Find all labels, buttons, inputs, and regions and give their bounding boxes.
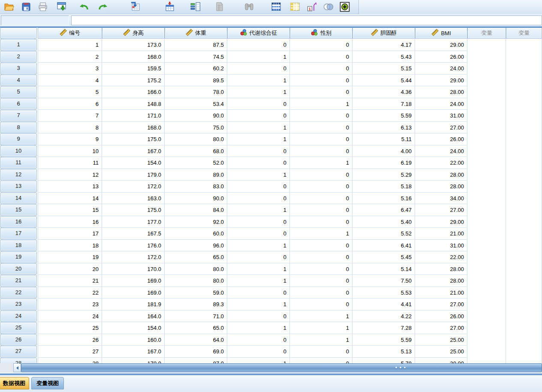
row-number[interactable]: 26 bbox=[0, 334, 37, 346]
cell[interactable]: 0 bbox=[290, 39, 352, 51]
cell[interactable]: 154.0 bbox=[102, 157, 165, 169]
cell[interactable] bbox=[506, 157, 542, 169]
cell[interactable]: 0 bbox=[227, 98, 290, 110]
cell[interactable]: 5.13 bbox=[352, 346, 415, 358]
cell[interactable]: 5.78 bbox=[352, 358, 415, 364]
cell[interactable]: 90.0 bbox=[165, 110, 227, 122]
cell[interactable]: 87.5 bbox=[165, 39, 227, 51]
cell[interactable] bbox=[467, 322, 506, 334]
cell[interactable]: 2 bbox=[38, 51, 102, 63]
cell[interactable]: 1 bbox=[290, 98, 352, 110]
cell[interactable]: 14 bbox=[38, 193, 102, 205]
cell[interactable] bbox=[467, 39, 506, 51]
cell[interactable]: 5 bbox=[38, 86, 102, 98]
cell[interactable]: 53.4 bbox=[165, 98, 227, 110]
cell[interactable]: 4 bbox=[38, 75, 102, 87]
variables-icon[interactable] bbox=[189, 1, 202, 13]
cell[interactable]: 0 bbox=[227, 145, 290, 157]
cell[interactable]: 69.0 bbox=[165, 346, 227, 358]
cell[interactable]: 60.0 bbox=[165, 228, 227, 240]
cell[interactable]: 27.00 bbox=[415, 204, 467, 216]
cell[interactable]: 170.0 bbox=[102, 263, 165, 275]
cell[interactable] bbox=[506, 287, 542, 299]
cell[interactable]: 163.0 bbox=[102, 193, 165, 205]
print-icon[interactable] bbox=[36, 1, 50, 13]
cell[interactable]: 65.0 bbox=[165, 251, 227, 263]
cell[interactable]: 5.18 bbox=[352, 181, 415, 193]
cell[interactable]: 1 bbox=[227, 86, 290, 98]
cell[interactable]: 87.0 bbox=[165, 358, 227, 364]
cell[interactable]: 0 bbox=[227, 193, 290, 205]
cell[interactable]: 96.0 bbox=[165, 240, 227, 252]
row-number[interactable]: 7 bbox=[0, 110, 37, 121]
scrollbar-thumb[interactable] bbox=[21, 363, 542, 372]
cell[interactable]: 173.0 bbox=[102, 39, 165, 51]
cell[interactable] bbox=[467, 63, 506, 75]
select-all-corner[interactable] bbox=[0, 27, 37, 39]
cell[interactable] bbox=[467, 122, 506, 134]
cell[interactable] bbox=[467, 157, 506, 169]
cell[interactable]: 21 bbox=[38, 275, 102, 287]
row-number[interactable]: 1 bbox=[0, 39, 37, 51]
cell[interactable]: 0 bbox=[227, 228, 290, 240]
row-number[interactable]: 22 bbox=[0, 287, 37, 299]
cell[interactable]: 27 bbox=[38, 346, 102, 358]
cell[interactable]: 1 bbox=[290, 334, 352, 346]
cell[interactable]: 5.59 bbox=[352, 110, 415, 122]
row-number[interactable]: 14 bbox=[0, 193, 37, 204]
cell[interactable]: 181.9 bbox=[102, 299, 165, 311]
cell[interactable]: 0 bbox=[290, 110, 352, 122]
cell[interactable]: 160.0 bbox=[102, 334, 165, 346]
cell[interactable] bbox=[467, 346, 506, 358]
cell[interactable]: 17 bbox=[38, 228, 102, 240]
column-header-5[interactable]: 胆固醇 bbox=[352, 27, 415, 39]
cell[interactable]: 9 bbox=[38, 133, 102, 145]
row-number[interactable]: 24 bbox=[0, 311, 37, 322]
cell[interactable] bbox=[467, 311, 506, 323]
cell[interactable] bbox=[506, 228, 542, 240]
cell[interactable]: 71.0 bbox=[165, 311, 227, 323]
row-number[interactable]: 2 bbox=[0, 51, 37, 63]
row-number[interactable]: 9 bbox=[0, 133, 37, 145]
cell[interactable]: 5.40 bbox=[352, 216, 415, 228]
cell[interactable]: 30.00 bbox=[415, 358, 467, 364]
cell[interactable]: 27.00 bbox=[415, 322, 467, 334]
cell[interactable] bbox=[506, 204, 542, 216]
cell[interactable]: 29.00 bbox=[415, 216, 467, 228]
row-number[interactable]: 8 bbox=[0, 122, 37, 133]
cell[interactable]: 25.00 bbox=[415, 334, 467, 346]
cell[interactable]: 171.0 bbox=[102, 110, 165, 122]
cell[interactable]: 16 bbox=[38, 216, 102, 228]
cell[interactable] bbox=[506, 39, 542, 51]
cell[interactable] bbox=[506, 240, 542, 252]
cell[interactable]: 176.0 bbox=[102, 240, 165, 252]
row-number[interactable]: 18 bbox=[0, 240, 37, 251]
cell[interactable] bbox=[467, 299, 506, 311]
row-number[interactable]: 4 bbox=[0, 75, 37, 86]
cell[interactable]: 1 bbox=[227, 358, 290, 364]
cell[interactable]: 5.44 bbox=[352, 75, 415, 87]
cell[interactable]: 0 bbox=[227, 63, 290, 75]
cell[interactable] bbox=[506, 51, 542, 63]
cell[interactable]: 0 bbox=[290, 63, 352, 75]
cell[interactable]: 1 bbox=[290, 311, 352, 323]
cell[interactable]: 0 bbox=[290, 240, 352, 252]
cell[interactable] bbox=[506, 133, 542, 145]
row-number[interactable]: 15 bbox=[0, 204, 37, 216]
cell[interactable]: 0 bbox=[290, 263, 352, 275]
redo-icon[interactable] bbox=[96, 1, 110, 13]
cell[interactable] bbox=[506, 110, 542, 122]
open-data-document-icon[interactable] bbox=[2, 1, 16, 13]
cell[interactable]: 31.00 bbox=[415, 240, 467, 252]
cell[interactable]: 166.0 bbox=[102, 86, 165, 98]
cell[interactable]: 20 bbox=[38, 263, 102, 275]
cell[interactable]: 7.28 bbox=[352, 322, 415, 334]
cell[interactable]: 1 bbox=[227, 299, 290, 311]
cell[interactable] bbox=[467, 110, 506, 122]
cell[interactable]: 59.0 bbox=[165, 287, 227, 299]
go-to-variable-icon[interactable] bbox=[163, 1, 177, 13]
cell[interactable]: 90.0 bbox=[165, 193, 227, 205]
cell[interactable]: 27.00 bbox=[415, 122, 467, 134]
cell[interactable]: 7 bbox=[38, 110, 102, 122]
cell[interactable]: 0 bbox=[290, 51, 352, 63]
